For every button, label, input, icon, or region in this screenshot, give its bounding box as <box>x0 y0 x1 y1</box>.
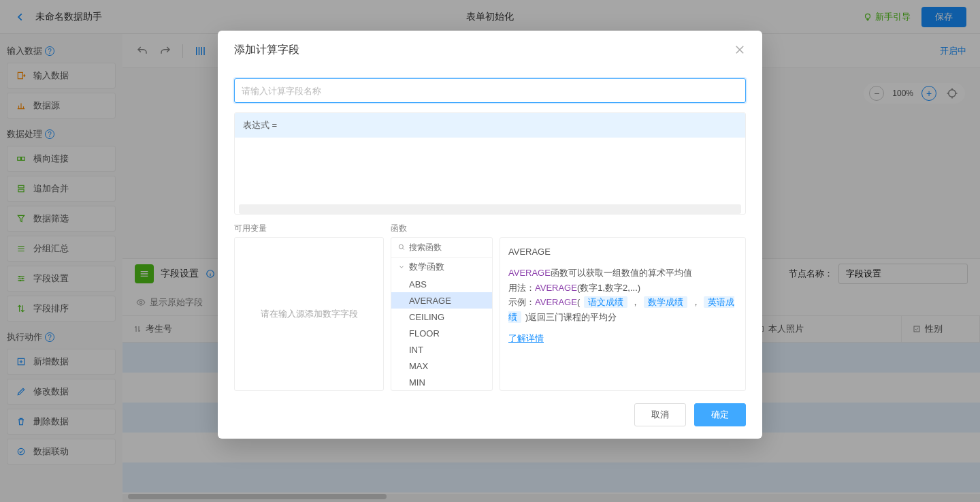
close-button[interactable] <box>734 44 746 56</box>
learn-more-link[interactable]: 了解详情 <box>508 331 544 345</box>
variables-empty-text: 请在输入源添加数字字段 <box>261 308 358 320</box>
functions-label: 函数 <box>391 223 493 234</box>
func-title: AVERAGE <box>508 245 737 259</box>
search-icon <box>398 243 405 251</box>
modal-title: 添加计算字段 <box>234 43 299 57</box>
expression-scrollbar[interactable] <box>239 204 741 214</box>
field-name-input[interactable] <box>234 78 746 103</box>
function-category[interactable]: 数学函数 <box>391 258 492 276</box>
chevron-down-icon <box>398 264 405 270</box>
functions-list: 数学函数 ABSAVERAGECEILINGFLOORINTMAXMIN <box>391 237 493 391</box>
variables-label: 可用变量 <box>234 223 391 234</box>
expression-box: 表达式 = <box>234 112 746 215</box>
cancel-button[interactable]: 取消 <box>634 403 686 426</box>
function-search-input[interactable] <box>409 242 485 252</box>
function-item-floor[interactable]: FLOOR <box>391 325 492 341</box>
modal-overlay[interactable]: 添加计算字段 表达式 = 可用变量 函数 请在输入源添加数字字段 <box>0 0 980 502</box>
close-icon <box>734 44 746 56</box>
expression-editor[interactable] <box>235 138 745 204</box>
svg-point-16 <box>399 245 403 249</box>
ok-button[interactable]: 确定 <box>694 403 746 426</box>
function-item-max[interactable]: MAX <box>391 358 492 374</box>
variables-list: 请在输入源添加数字字段 <box>234 237 384 391</box>
function-item-min[interactable]: MIN <box>391 374 492 390</box>
function-description: AVERAGE AVERAGE函数可以获取一组数值的算术平均值 用法：AVERA… <box>500 237 746 391</box>
function-item-ceiling[interactable]: CEILING <box>391 309 492 325</box>
function-item-average[interactable]: AVERAGE <box>391 292 492 309</box>
function-item-int[interactable]: INT <box>391 341 492 358</box>
function-search <box>391 238 492 258</box>
add-calc-field-modal: 添加计算字段 表达式 = 可用变量 函数 请在输入源添加数字字段 <box>218 31 762 439</box>
function-item-abs[interactable]: ABS <box>391 276 492 292</box>
expression-label: 表达式 = <box>235 113 745 138</box>
